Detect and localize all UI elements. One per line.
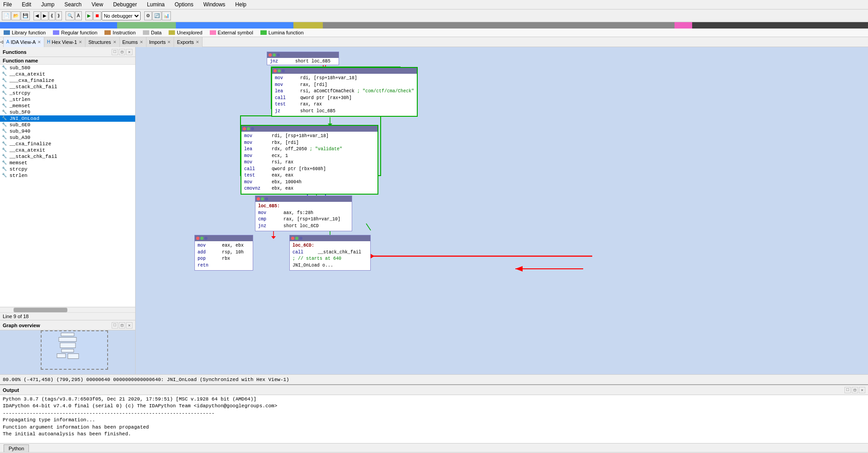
tab-exports[interactable]: Exports ✕: [174, 37, 202, 47]
fn-item-stack-chk2[interactable]: 🔧 __stack_chk_fail: [0, 153, 135, 160]
output-float-btn[interactable]: □: [844, 387, 851, 393]
cfg-block-jnz-top[interactable]: jnz short loc_6B5: [267, 52, 339, 65]
tab-ida-view-a[interactable]: A IDA View-A ✕: [4, 37, 44, 47]
toolbar-debug-start[interactable]: ▶: [85, 11, 93, 20]
menu-search[interactable]: Search: [63, 1, 83, 8]
graph-overview-dock[interactable]: ⊟: [119, 322, 125, 329]
tab-close-ida[interactable]: ✕: [38, 40, 41, 44]
ins-mov-eax-ebx: mov eax, ebx: [198, 243, 250, 249]
ins-loc6cd-label: loc_6CD:: [292, 243, 368, 249]
fn-item-memset[interactable]: 🔧 _memset: [0, 103, 135, 109]
output-title: Output: [3, 387, 19, 393]
menu-edit[interactable]: Edit: [20, 1, 33, 8]
toolbar-back[interactable]: ◀: [33, 11, 41, 20]
toolbar-fwd[interactable]: ▶: [41, 11, 48, 20]
menu-options[interactable]: Options: [173, 1, 194, 8]
fn-item-cxa-finalize2[interactable]: 🔧 __cxa_finalize: [0, 141, 135, 147]
block4-dot-green: [261, 197, 264, 200]
tab-close-exports[interactable]: ✕: [196, 40, 199, 44]
graph-overview-close[interactable]: ✕: [126, 322, 132, 329]
cfg-block-2[interactable]: mov rdi, [rsp+18h+var_18] mov rax, [rdi]…: [271, 67, 418, 117]
sidebar-close-btn[interactable]: ✕: [126, 49, 132, 55]
cfg-block-retn[interactable]: mov eax, ebx add rsp, 10h pop rbx retn: [194, 235, 253, 271]
cfg-block-3[interactable]: mov rdi, [rsp+18h+var_18] mov rbx, [rdi]…: [241, 125, 378, 195]
tab-scroll-left[interactable]: ◁: [0, 37, 4, 47]
sidebar: Functions □ ⊟ ✕ Function name 🔧 sub_580 …: [0, 47, 136, 374]
toolbar-save[interactable]: 💾: [21, 11, 30, 20]
ins-jni-onload-ref: JNI_OnLoad o...: [292, 262, 368, 269]
graph-overview-body[interactable]: [0, 330, 135, 374]
menu-debugger[interactable]: Debugger: [112, 1, 138, 8]
fn-item-cxa-atexit2[interactable]: 🔧 __cxa_atexit: [0, 147, 135, 153]
fn-item-strcpy[interactable]: 🔧 _strcpy: [0, 90, 135, 96]
fn-icon: 🔧: [2, 154, 8, 159]
ins-mov-rbx: mov rbx, [rdi]: [244, 140, 375, 147]
cfg-block5-body: mov eax, ebx add rsp, 10h pop rbx retn: [195, 241, 253, 270]
fn-item-strlen[interactable]: 🔧 _strlen: [0, 96, 135, 103]
tab-hex-view[interactable]: H Hex View-1 ✕: [44, 37, 85, 47]
nav-seg-library: [0, 22, 117, 29]
navigation-graph[interactable]: [0, 22, 868, 29]
graph-overview-buttons: □ ⊟ ✕: [112, 322, 132, 329]
fn-item-strlen2[interactable]: 🔧 strlen: [0, 172, 135, 179]
fn-icon: 🔧: [2, 129, 8, 134]
sidebar-scroll-thumb[interactable]: [14, 308, 68, 312]
fn-item-memset2[interactable]: 🔧 memset: [0, 160, 135, 166]
fn-icon: 🔧: [2, 78, 8, 83]
output-dock-btn[interactable]: ⊟: [852, 387, 858, 393]
menu-windows[interactable]: Windows: [202, 1, 227, 8]
fn-item-sub580[interactable]: 🔧 sub_580: [0, 65, 135, 71]
toolbar-new[interactable]: 📄: [2, 11, 11, 20]
fn-icon: 🔧: [2, 103, 8, 109]
fn-item-cxa-finalize1[interactable]: 🔧 ___cxa_finalize: [0, 77, 135, 84]
sidebar-dock-btn[interactable]: ⊟: [119, 49, 125, 55]
output-body: Python 3.8.7 (tags/v3.8.7:6503f05, Dec 2…: [0, 395, 868, 443]
fn-item-sub940[interactable]: 🔧 sub_940: [0, 128, 135, 134]
toolbar-btn2[interactable]: 🔄: [152, 11, 161, 20]
sidebar-scrollbar[interactable]: [0, 307, 135, 312]
fn-item-suba30[interactable]: 🔧 sub_A30: [0, 134, 135, 141]
toolbar-btn1[interactable]: ⚙: [144, 11, 152, 20]
toolbar-btn3[interactable]: 📊: [162, 11, 171, 20]
fn-item-sub5f0[interactable]: 🔧 sub_5F0: [0, 109, 135, 115]
tab-structures[interactable]: Structures ✕: [85, 37, 119, 47]
toolbar-back2[interactable]: ⟪: [49, 11, 55, 20]
legend-unexplored: Unexplored: [169, 30, 202, 35]
python-tab[interactable]: Python: [4, 444, 29, 452]
menu-lumina[interactable]: Lumina: [146, 1, 166, 8]
toolbar-font[interactable]: A: [75, 11, 82, 20]
toolbar-fwd2[interactable]: ⟫: [56, 11, 62, 20]
toolbar-search[interactable]: 🔍: [66, 11, 75, 20]
tab-close-imports[interactable]: ✕: [167, 40, 171, 44]
function-list[interactable]: 🔧 sub_580 🔧 __cxa_atexit 🔧 ___cxa_finali…: [0, 65, 135, 307]
legend-color-external: [210, 30, 216, 35]
toolbar-open[interactable]: 📂: [11, 11, 20, 20]
menu-help[interactable]: Help: [234, 1, 248, 8]
mini-viewport[interactable]: [41, 330, 108, 370]
fn-item-strcpy2[interactable]: 🔧 strcpy: [0, 166, 135, 172]
tab-enums[interactable]: Enums ✕: [120, 37, 146, 47]
graph-overview-float[interactable]: □: [112, 322, 118, 329]
fn-icon: 🔧: [2, 65, 8, 71]
output-close-btn[interactable]: ✕: [859, 387, 865, 393]
menu-jump[interactable]: Jump: [40, 1, 56, 8]
cfg-content[interactable]: jnz short loc_6B5 mov rdi, [rsp+18h+var_…: [136, 47, 868, 374]
tab-close-enums[interactable]: ✕: [140, 40, 143, 44]
sidebar-float-btn[interactable]: □: [112, 49, 118, 55]
cfg-block-loc6cd[interactable]: loc_6CD: call __stack_chk_fail ; // star…: [289, 235, 371, 271]
fn-item-jni-onload[interactable]: 🔧 JNI_OnLoad: [0, 115, 135, 122]
menu-file[interactable]: File: [2, 1, 13, 8]
toolbar-debugger-select[interactable]: No debugger: [102, 11, 141, 20]
fn-item-stack-chk1[interactable]: 🔧 __stack_chk_fail: [0, 84, 135, 90]
block3-dot-blue: [251, 127, 254, 130]
tab-close-hex[interactable]: ✕: [79, 40, 82, 44]
ins-lea-rdx: lea rdx, off_2050 ; "validate": [244, 146, 375, 153]
cfg-block-loc6b5[interactable]: loc_6B5: mov aax, fs:28h cmp rax, [rsp+1…: [255, 196, 352, 231]
menu-view[interactable]: View: [90, 1, 104, 8]
fn-item-sub6e0[interactable]: 🔧 sub_6E0: [0, 122, 135, 128]
tab-imports[interactable]: Imports ✕: [146, 37, 175, 47]
fn-item-cxa-atexit1[interactable]: 🔧 __cxa_atexit: [0, 71, 135, 77]
tab-close-structures[interactable]: ✕: [113, 40, 117, 44]
fn-name: __stack_chk_fail: [9, 84, 57, 90]
toolbar-debug-stop[interactable]: ⏹: [93, 11, 101, 20]
